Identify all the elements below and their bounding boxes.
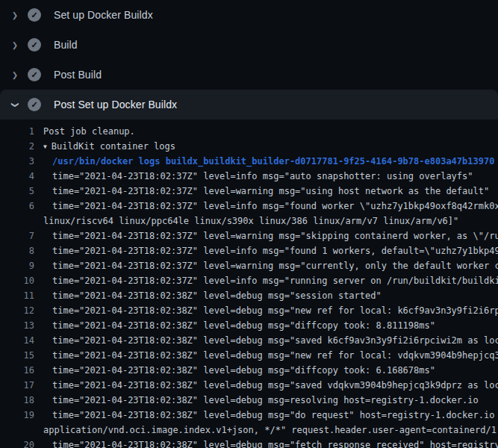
log-line: 11 time="2021-04-23T18:02:38Z" level=deb…	[0, 288, 498, 303]
log-lines: 1 Post job cleanup. 2 ▼BuildKit containe…	[0, 124, 498, 448]
log-text: ▼BuildKit container logs	[43, 139, 175, 154]
log-line: 13 time="2021-04-23T18:02:38Z" level=deb…	[0, 318, 498, 333]
log-line: 19 time="2021-04-23T18:02:38Z" level=deb…	[0, 408, 498, 423]
log-line: 17 time="2021-04-23T18:02:38Z" level=deb…	[0, 378, 498, 393]
log-text: time="2021-04-23T18:02:38Z" level=debug …	[43, 303, 498, 318]
line-number[interactable]: 2	[0, 139, 34, 154]
log-area: 1 Post job cleanup. 2 ▼BuildKit containe…	[0, 119, 498, 448]
log-line: 20 time="2021-04-23T18:02:38Z" level=deb…	[0, 438, 498, 448]
line-number[interactable]: 15	[0, 348, 34, 363]
actions-log-viewer: { "colors": { "page_bg": "#0a0d12", "hea…	[0, 0, 498, 448]
log-text: time="2021-04-23T18:02:37Z" level=info m…	[43, 169, 473, 184]
line-number[interactable]: 17	[0, 378, 34, 393]
check-circle-icon: ✓	[28, 8, 41, 22]
log-text: Post job cleanup.	[43, 124, 135, 139]
line-number[interactable]: 14	[0, 333, 34, 348]
line-number[interactable]: 20	[0, 438, 34, 448]
line-number[interactable]: 7	[0, 228, 34, 243]
line-number[interactable]	[0, 423, 34, 438]
step-build[interactable]: ❯ ✓ Build	[0, 30, 498, 60]
log-line: 3 /usr/bin/docker logs buildx_buildkit_b…	[0, 154, 498, 169]
line-number[interactable]: 9	[0, 258, 34, 273]
log-text: time="2021-04-23T18:02:38Z" level=debug …	[43, 408, 498, 423]
chevron-right-icon: ❯	[9, 11, 21, 19]
log-line: 14 time="2021-04-23T18:02:38Z" level=deb…	[0, 333, 498, 348]
step-label: Post Set up Docker Buildx	[54, 99, 177, 111]
line-number[interactable]: 12	[0, 303, 34, 318]
log-line: 2 ▼BuildKit container logs	[0, 139, 498, 154]
log-text: time="2021-04-23T18:02:37Z" level=warnin…	[43, 258, 498, 273]
line-number[interactable]: 11	[0, 288, 34, 303]
log-text: time="2021-04-23T18:02:38Z" level=debug …	[43, 378, 498, 393]
log-text: time="2021-04-23T18:02:38Z" level=debug …	[43, 348, 498, 363]
log-text: time="2021-04-23T18:02:37Z" level=info m…	[43, 273, 498, 288]
line-number[interactable]: 8	[0, 243, 34, 258]
log-line: 8 time="2021-04-23T18:02:37Z" level=info…	[0, 243, 498, 258]
group-toggle-icon[interactable]: ▼	[43, 140, 47, 154]
log-text: time="2021-04-23T18:02:37Z" level=info m…	[43, 243, 498, 258]
step-label: Build	[54, 39, 78, 51]
log-line: application/vnd.oci.image.index.v1+json,…	[0, 423, 498, 438]
line-number[interactable]: 3	[0, 154, 34, 169]
log-text: time="2021-04-23T18:02:38Z" level=debug …	[43, 288, 382, 303]
log-line: 9 time="2021-04-23T18:02:37Z" level=warn…	[0, 258, 498, 273]
step-label: Set up Docker Buildx	[54, 9, 153, 21]
check-circle-icon: ✓	[28, 68, 41, 81]
log-text: linux/riscv64 linux/ppc64le linux/s390x …	[43, 214, 458, 228]
chevron-right-icon: ❯	[9, 71, 21, 79]
log-text: time="2021-04-23T18:02:38Z" level=debug …	[43, 438, 498, 448]
step-label: Post Build	[54, 69, 102, 81]
line-number[interactable]: 13	[0, 318, 34, 333]
step-post-set-up-docker-buildx[interactable]: ❯ ✓ Post Set up Docker Buildx	[0, 90, 498, 119]
line-number[interactable]: 18	[0, 393, 34, 408]
log-line: 7 time="2021-04-23T18:02:37Z" level=warn…	[0, 228, 498, 243]
log-line: 5 time="2021-04-23T18:02:37Z" level=warn…	[0, 184, 498, 199]
log-text: application/vnd.oci.image.index.v1+json,…	[43, 423, 498, 438]
chevron-right-icon: ❯	[9, 41, 21, 49]
chevron-down-icon: ❯	[11, 99, 19, 111]
log-line: 16 time="2021-04-23T18:02:38Z" level=deb…	[0, 363, 498, 378]
check-circle-icon: ✓	[28, 98, 41, 111]
line-number[interactable]: 16	[0, 363, 34, 378]
log-text: time="2021-04-23T18:02:37Z" level=warnin…	[43, 184, 489, 199]
log-text: time="2021-04-23T18:02:38Z" level=debug …	[43, 363, 435, 378]
log-line: 18 time="2021-04-23T18:02:38Z" level=deb…	[0, 393, 498, 408]
log-line: 12 time="2021-04-23T18:02:38Z" level=deb…	[0, 303, 498, 318]
log-text: time="2021-04-23T18:02:37Z" level=info m…	[43, 199, 498, 214]
step-list: ❯ ✓ Set up Docker Buildx ❯ ✓ Build ❯ ✓ P…	[0, 0, 498, 119]
line-number[interactable]: 10	[0, 273, 34, 288]
line-number[interactable]	[0, 214, 34, 228]
log-line: 1 Post job cleanup.	[0, 124, 498, 139]
log-line: 15 time="2021-04-23T18:02:38Z" level=deb…	[0, 348, 498, 363]
check-circle-icon: ✓	[28, 38, 41, 52]
log-text: time="2021-04-23T18:02:38Z" level=debug …	[43, 333, 498, 348]
log-text: /usr/bin/docker logs buildx_buildkit_bui…	[43, 154, 494, 169]
log-line: 10 time="2021-04-23T18:02:37Z" level=inf…	[0, 273, 498, 288]
step-post-build[interactable]: ❯ ✓ Post Build	[0, 60, 498, 90]
line-number[interactable]: 5	[0, 184, 34, 199]
log-line: 6 time="2021-04-23T18:02:37Z" level=info…	[0, 199, 498, 214]
log-text: time="2021-04-23T18:02:38Z" level=debug …	[43, 393, 479, 408]
line-number[interactable]: 4	[0, 169, 34, 184]
log-text: time="2021-04-23T18:02:38Z" level=debug …	[43, 318, 435, 333]
log-line: linux/riscv64 linux/ppc64le linux/s390x …	[0, 214, 498, 228]
line-number[interactable]: 19	[0, 408, 34, 423]
step-set-up-docker-buildx[interactable]: ❯ ✓ Set up Docker Buildx	[0, 0, 498, 30]
log-line: 4 time="2021-04-23T18:02:37Z" level=info…	[0, 169, 498, 184]
line-number[interactable]: 6	[0, 199, 34, 214]
log-text: time="2021-04-23T18:02:37Z" level=warnin…	[43, 228, 498, 243]
line-number[interactable]: 1	[0, 124, 34, 139]
